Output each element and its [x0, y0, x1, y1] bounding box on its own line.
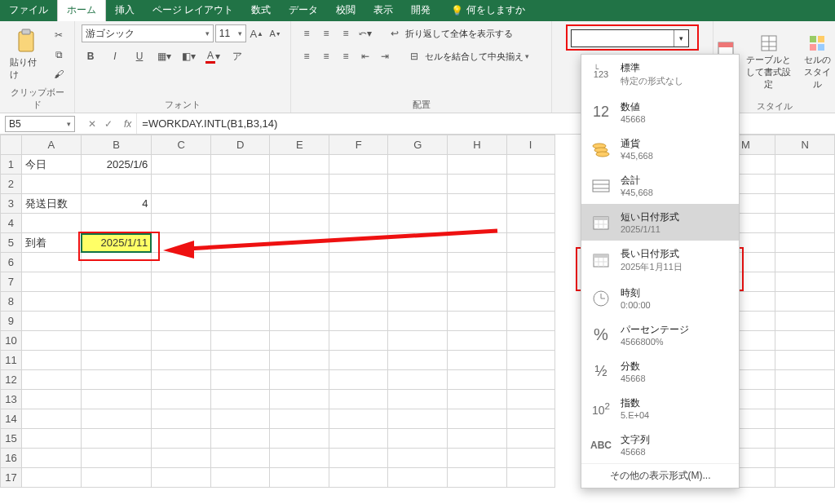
cell[interactable] [775, 292, 835, 312]
cell[interactable] [210, 155, 270, 175]
cell[interactable] [506, 351, 554, 370]
name-box[interactable]: B5 ▾ [5, 116, 75, 132]
cell[interactable] [152, 429, 211, 449]
align-right-button[interactable]: ≡ [337, 47, 355, 65]
cell[interactable] [506, 409, 554, 429]
col-header-G[interactable]: G [388, 135, 448, 155]
format-option-fraction[interactable]: ½ 分数 45668 [581, 353, 739, 390]
cell[interactable] [775, 468, 835, 488]
format-painter-button[interactable]: 🖌 [50, 65, 68, 83]
cell-B5[interactable]: 2025/1/11 [81, 233, 152, 253]
cell[interactable] [506, 194, 554, 214]
cell[interactable] [506, 390, 554, 409]
cell[interactable] [775, 449, 835, 468]
cell[interactable] [210, 351, 270, 370]
format-option-general[interactable]: └123 標準 特定の形式なし [581, 55, 739, 94]
cell[interactable] [21, 429, 81, 449]
cell[interactable] [775, 155, 835, 175]
cell[interactable] [81, 390, 152, 409]
number-format-combo[interactable]: ▾ [571, 29, 689, 47]
cell[interactable] [329, 409, 388, 429]
row-header-15[interactable]: 15 [1, 429, 22, 449]
cell[interactable] [506, 429, 554, 449]
cell[interactable] [210, 390, 270, 409]
cut-button[interactable]: ✂ [50, 26, 68, 44]
fill-color-button[interactable]: ◧▾ [179, 47, 197, 65]
cell[interactable] [775, 429, 835, 449]
align-center-button[interactable]: ≡ [317, 47, 335, 65]
cell[interactable] [21, 331, 81, 351]
cell[interactable] [775, 175, 835, 194]
cell[interactable] [270, 272, 329, 292]
cell[interactable] [81, 253, 152, 272]
cell[interactable] [152, 409, 211, 429]
cell[interactable] [270, 429, 329, 449]
row-header-12[interactable]: 12 [1, 370, 22, 390]
cell[interactable] [210, 370, 270, 390]
cell-styles-button[interactable]: セルのスタイル [800, 33, 835, 92]
cell[interactable] [506, 272, 554, 292]
cell[interactable] [329, 331, 388, 351]
underline-button[interactable]: U [130, 47, 148, 65]
cell[interactable] [81, 292, 152, 312]
cell[interactable] [21, 468, 81, 488]
tab-file[interactable]: ファイル [0, 0, 57, 21]
format-option-longdate[interactable]: 長い日付形式 2025年1月11日 [581, 241, 739, 280]
font-size-combo[interactable]: 11▾ [215, 24, 246, 42]
cell[interactable] [21, 175, 81, 194]
cell[interactable] [388, 194, 448, 214]
cell[interactable] [388, 175, 448, 194]
cell[interactable] [388, 272, 448, 292]
cell[interactable] [506, 370, 554, 390]
cell[interactable] [448, 194, 507, 214]
cell[interactable] [270, 175, 329, 194]
cell[interactable] [388, 390, 448, 409]
cell[interactable] [152, 175, 211, 194]
tab-dev[interactable]: 開発 [402, 0, 440, 21]
cell[interactable] [270, 292, 329, 312]
tab-view[interactable]: 表示 [364, 0, 402, 21]
cell[interactable] [388, 351, 448, 370]
cell[interactable] [506, 312, 554, 331]
col-header-E[interactable]: E [270, 135, 329, 155]
cell[interactable] [81, 449, 152, 468]
cell[interactable] [152, 331, 211, 351]
increase-font-button[interactable]: A▲ [248, 24, 265, 42]
format-option-currency[interactable]: 通貨 ¥45,668 [581, 130, 739, 167]
cell[interactable] [81, 214, 152, 233]
format-option-sci[interactable]: 102 指数 5.E+04 [581, 390, 739, 427]
cell[interactable] [329, 468, 388, 488]
cell-A1[interactable]: 今日 [21, 155, 81, 175]
cell[interactable] [329, 312, 388, 331]
bold-button[interactable]: B [82, 47, 99, 65]
cell[interactable] [388, 331, 448, 351]
cell[interactable] [152, 155, 211, 175]
cell[interactable] [329, 292, 388, 312]
row-header-13[interactable]: 13 [1, 390, 22, 409]
cell[interactable] [329, 449, 388, 468]
cell[interactable] [329, 351, 388, 370]
format-option-shortdate[interactable]: 短い日付形式 2025/1/11 [581, 204, 739, 241]
cell[interactable] [21, 214, 81, 233]
cell[interactable] [152, 449, 211, 468]
cell[interactable] [270, 331, 329, 351]
cell-A5[interactable]: 到着 [21, 233, 81, 253]
col-header-I[interactable]: I [506, 135, 554, 155]
cell[interactable] [270, 409, 329, 429]
cell[interactable] [388, 370, 448, 390]
row-header-17[interactable]: 17 [1, 468, 22, 488]
cell[interactable] [448, 175, 507, 194]
cell[interactable] [775, 351, 835, 370]
merge-center-button[interactable]: ⊟ [405, 47, 423, 65]
cell[interactable] [21, 253, 81, 272]
cell[interactable] [270, 468, 329, 488]
cell[interactable] [152, 194, 211, 214]
cell[interactable] [388, 449, 448, 468]
cell[interactable] [210, 194, 270, 214]
cell[interactable] [448, 429, 507, 449]
cell[interactable] [775, 312, 835, 331]
cell[interactable] [506, 468, 554, 488]
cell[interactable] [152, 468, 211, 488]
tab-home[interactable]: ホーム [57, 0, 106, 21]
cancel-formula-button[interactable]: ✕ [88, 118, 96, 130]
